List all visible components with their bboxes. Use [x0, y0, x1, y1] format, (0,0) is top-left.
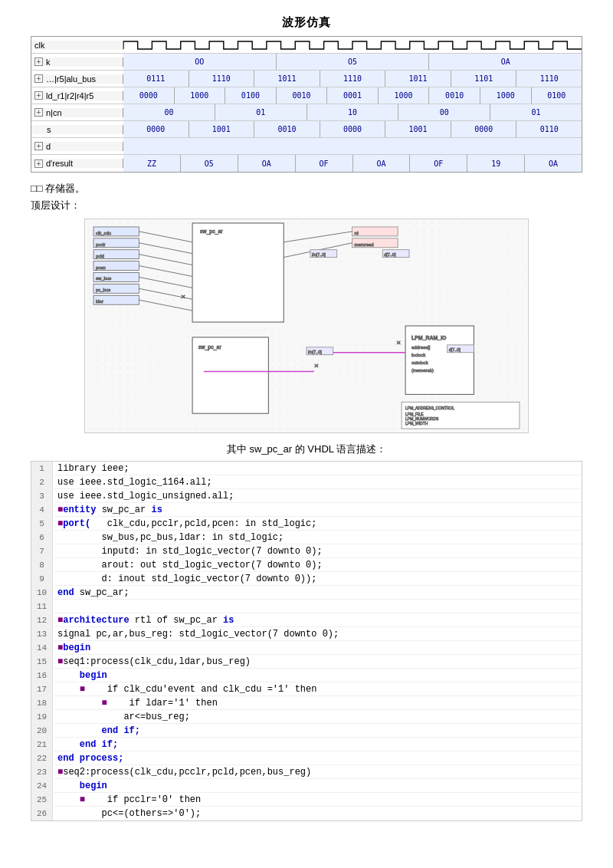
svg-text:rd: rd — [355, 231, 359, 235]
line-num-6: 6 — [31, 531, 53, 544]
dresult-expand-icon[interactable]: + — [34, 159, 43, 168]
k-cell-3: OA — [429, 54, 582, 70]
alu-cell-5: 1011 — [385, 71, 451, 87]
line-content-21: end if; — [53, 738, 123, 751]
alu-expand-icon[interactable]: + — [34, 74, 43, 83]
k-label-text: k — [46, 58, 51, 67]
line-content-16: begin — [53, 669, 112, 682]
k-expand-icon[interactable]: + — [34, 58, 43, 66]
ld-cell-6: 1000 — [379, 87, 430, 104]
k-cell-2: O5 — [277, 54, 430, 70]
line-content-10: end sw_pc_ar; — [53, 586, 134, 599]
waveform-label-ncn: + n|cn — [31, 108, 123, 117]
line-num-11: 11 — [31, 600, 53, 613]
line-content-26: pc<=(others=>'0'); — [53, 807, 205, 820]
svg-text:×: × — [396, 338, 401, 347]
svg-text:pcclr: pcclr — [96, 242, 106, 247]
block-marker-14: ■ — [57, 643, 63, 653]
line-content-6: sw_bus,pc_bus,ldar: in std_logic; — [53, 531, 288, 544]
line-content-7: inputd: in std_logic_vector(7 downto 0); — [53, 544, 327, 557]
line-num-2: 2 — [31, 475, 53, 488]
s-cell-5: 1001 — [385, 121, 451, 137]
ncn-expand-icon[interactable]: + — [34, 108, 43, 117]
alu-cell-7: 1110 — [516, 71, 582, 87]
s-cell-7: 0110 — [516, 121, 582, 137]
code-line-24: 24 begin — [31, 779, 582, 793]
waveform-label-ld: + ld_r1|r2|r4|r5 — [31, 91, 123, 100]
line-num-22: 22 — [31, 751, 53, 764]
line-content-12: ■ architecture rtl of sw_pc_ar is — [53, 613, 238, 626]
schematic-svg: clk_cdu pcclr pcld pcen sw_bus pc_bus ld… — [85, 219, 528, 432]
waveform-data-clk — [123, 37, 582, 53]
ld-expand-icon[interactable]: + — [34, 91, 43, 100]
svg-text:LPM_WIDTH: LPM_WIDTH — [405, 422, 428, 426]
ld-cell-7: 0010 — [429, 87, 480, 104]
d-expand-icon[interactable]: + — [34, 142, 43, 150]
waveform-title: 波形仿真 — [31, 15, 582, 30]
waveform-label-dresult: + d'result — [31, 159, 123, 168]
waveform-row-d: + d — [31, 138, 582, 155]
code-line-15: 15 ■ seq1:process(clk_cdu,ldar,bus_reg) — [31, 655, 582, 669]
svg-text:clk_cdu: clk_cdu — [96, 231, 111, 235]
line-num-12: 12 — [31, 613, 53, 626]
line-num-3: 3 — [31, 489, 53, 502]
line-num-15: 15 — [31, 655, 53, 668]
ncn-cell-4: 00 — [398, 104, 490, 120]
svg-text:outclock: outclock — [411, 360, 428, 365]
svg-text:pcen: pcen — [96, 265, 106, 270]
code-line-20: 20 end if; — [31, 724, 582, 738]
code-line-21: 21 end if; — [31, 738, 582, 751]
line-num-16: 16 — [31, 669, 53, 682]
ld-cell-3: 0100 — [225, 87, 277, 104]
dresult-label-text: d'result — [46, 159, 73, 168]
line-content-1: library ieee; — [53, 462, 134, 475]
svg-rect-17 — [352, 227, 398, 236]
waveform-data-ncn: 00 01 10 00 01 — [123, 104, 582, 120]
line-content-8: arout: out std_logic_vector(7 downto 0); — [53, 558, 327, 571]
line-num-8: 8 — [31, 558, 53, 571]
storage-label: □□ 存储器。 — [31, 182, 582, 196]
ld-cell-4: 0010 — [277, 87, 328, 104]
waveform-row-k: + k OO O5 OA — [31, 54, 582, 71]
line-content-4: ■ entity sw_pc_ar is — [53, 503, 167, 516]
ncn-cell-3: 10 — [307, 104, 399, 120]
ld-cell-5: 0001 — [327, 87, 379, 104]
line-num-14: 14 — [31, 641, 53, 654]
line-content-23: ■ seq2:process(clk_cdu,pcclr,pcld,pcen,b… — [53, 765, 316, 778]
waveform-label-clk: clk — [31, 41, 123, 50]
waveform-row-clk: clk — [31, 37, 582, 54]
waveform-data-s: 0000 1001 0010 0000 1001 0000 0110 — [123, 121, 582, 137]
line-content-5: ■ port( clk_cdu,pcclr,pcld,pcen: in std_… — [53, 517, 321, 530]
line-num-7: 7 — [31, 544, 53, 557]
line-content-2: use ieee.std_logic_1164.all; — [53, 475, 217, 488]
code-line-17: 17 ■ if clk_cdu'event and clk_cdu ='1' t… — [31, 682, 582, 696]
code-line-11: 11 — [31, 600, 582, 613]
code-line-3: 3 use ieee.std_logic_unsigned.all; — [31, 489, 582, 503]
line-content-15: ■ seq1:process(clk_cdu,ldar,bus_reg) — [53, 655, 255, 668]
clk-waveform-svg — [123, 38, 582, 52]
line-content-17: ■ if clk_cdu'event and clk_cdu ='1' then — [53, 682, 321, 695]
block-marker-12: ■ — [57, 615, 63, 626]
waveform-row-alu: + …|r5|alu_bus 0111 1110 1011 1110 1011 … — [31, 71, 582, 87]
dresult-cell-3: OA — [238, 155, 296, 172]
svg-text:pcld: pcld — [96, 254, 104, 258]
svg-text:LPM_NUMWORDS: LPM_NUMWORDS — [405, 417, 439, 421]
svg-text:LPM_RAM_IO: LPM_RAM_IO — [411, 335, 447, 340]
line-num-1: 1 — [31, 462, 53, 475]
block-marker-18: ■ — [102, 698, 107, 709]
waveform-label-d: + d — [31, 142, 123, 151]
waveform-label-s: s — [31, 125, 123, 134]
dresult-cell-2: O5 — [181, 155, 238, 172]
waveform-data-k: OO O5 OA — [123, 54, 582, 70]
waveform-row-ld: + ld_r1|r2|r4|r5 0000 1000 0100 0010 000… — [31, 87, 582, 104]
block-marker-17: ■ — [80, 684, 85, 695]
dresult-cell-7: 19 — [467, 155, 525, 172]
alu-cell-1: 0111 — [123, 71, 189, 87]
waveform-row-s: s 0000 1001 0010 0000 1001 0000 0110 — [31, 121, 582, 138]
waveform-data-d — [123, 138, 582, 154]
s-cell-2: 1001 — [189, 121, 255, 137]
svg-text:memread: memread — [355, 242, 374, 247]
code-line-8: 8 arout: out std_logic_vector(7 downto 0… — [31, 558, 582, 572]
code-line-7: 7 inputd: in std_logic_vector(7 downto 0… — [31, 544, 582, 558]
dresult-cell-4: OF — [296, 155, 353, 172]
